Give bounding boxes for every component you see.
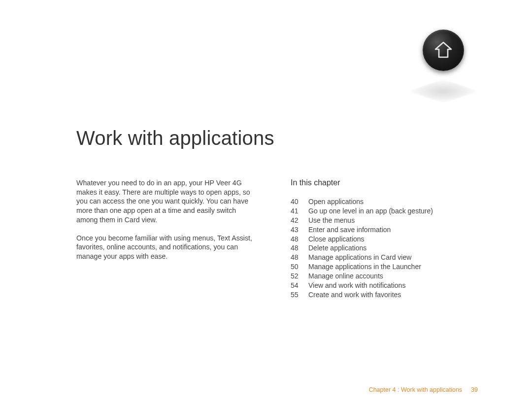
toc-item-label: Manage applications in the Launcher: [308, 262, 421, 272]
toc-item-page: 42: [291, 216, 308, 225]
footer-chapter-label: Chapter 4 : Work with applications: [369, 386, 462, 393]
chapter-title: Work with applications: [76, 127, 274, 149]
toc-heading: In this chapter: [291, 178, 468, 187]
table-of-contents: In this chapter 40Open applications41Go …: [291, 178, 468, 300]
intro-paragraph-1: Whatever you need to do in an app, your …: [76, 178, 254, 225]
toc-item-label: Manage online accounts: [308, 272, 383, 281]
intro-text: Whatever you need to do in an app, your …: [76, 178, 254, 270]
footer-page-number: 39: [471, 386, 478, 393]
toc-list: 40Open applications41Go up one level in …: [291, 197, 468, 300]
toc-item[interactable]: 42Use the menus: [291, 216, 468, 225]
toc-item[interactable]: 48Delete applications: [291, 243, 468, 253]
toc-item-label: Manage applications in Card view: [308, 253, 411, 262]
toc-item-page: 50: [291, 262, 308, 272]
toc-item-label: Enter and save information: [308, 225, 391, 235]
toc-item-label: Create and work with favorites: [308, 290, 401, 300]
toc-item[interactable]: 48Manage applications in Card view: [291, 253, 468, 262]
toc-item-label: Open applications: [308, 197, 364, 206]
toc-item-label: Close applications: [308, 235, 365, 244]
toc-item-page: 48: [291, 243, 308, 253]
home-up-icon: [423, 30, 464, 71]
chapter-icon: [409, 25, 478, 94]
toc-item[interactable]: 55Create and work with favorites: [291, 290, 468, 300]
toc-item-page: 48: [291, 235, 308, 244]
toc-item[interactable]: 50Manage applications in the Launcher: [291, 262, 468, 272]
toc-item[interactable]: 54View and work with notifications: [291, 281, 468, 290]
toc-item-label: Go up one level in an app (back gesture): [308, 206, 433, 216]
toc-item-page: 40: [291, 197, 308, 206]
toc-item[interactable]: 43Enter and save information: [291, 225, 468, 235]
toc-item[interactable]: 41Go up one level in an app (back gestur…: [291, 206, 468, 216]
toc-item-page: 48: [291, 253, 308, 262]
toc-item-label: View and work with notifications: [308, 281, 405, 290]
icon-shadow: [408, 79, 478, 103]
toc-item-page: 55: [291, 290, 308, 300]
toc-item-page: 41: [291, 206, 308, 216]
page-footer: Chapter 4 : Work with applications 39: [369, 386, 478, 393]
toc-item-page: 54: [291, 281, 308, 290]
toc-item-page: 52: [291, 272, 308, 281]
toc-item-label: Delete applications: [308, 243, 366, 253]
toc-item[interactable]: 52Manage online accounts: [291, 272, 468, 281]
intro-paragraph-2: Once you become familiar with using menu…: [76, 234, 254, 261]
toc-item[interactable]: 48Close applications: [291, 235, 468, 244]
toc-item-page: 43: [291, 225, 308, 235]
toc-item[interactable]: 40Open applications: [291, 197, 468, 206]
toc-item-label: Use the menus: [308, 216, 355, 225]
